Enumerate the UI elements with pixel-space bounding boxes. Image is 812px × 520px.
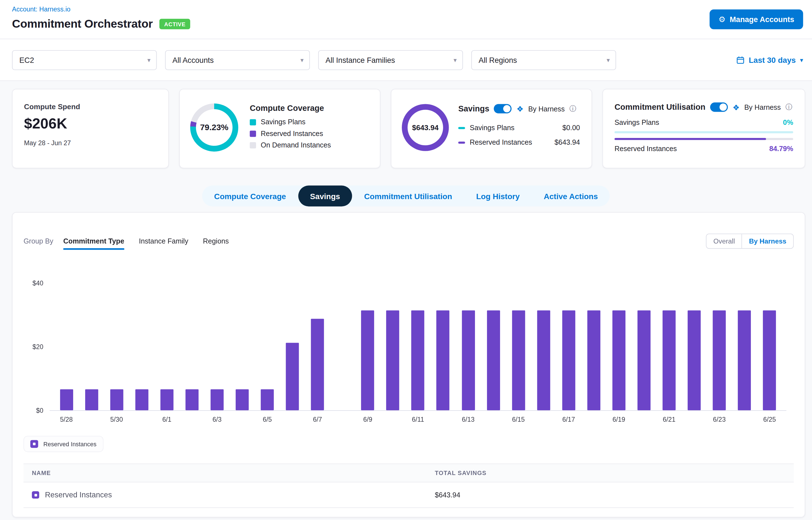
x-axis-label: 6/19: [606, 416, 631, 423]
tab-commitment-utilisation[interactable]: Commitment Utilisation: [352, 185, 464, 206]
bar[interactable]: [286, 343, 299, 410]
bar[interactable]: [160, 389, 174, 410]
x-axis-label: 6/11: [405, 416, 430, 423]
bar[interactable]: [110, 389, 123, 410]
bar-slot: [531, 270, 556, 410]
commitment-orchestrator-page: Account: Harness.io Commitment Orchestra…: [0, 0, 812, 520]
tab-compute-coverage[interactable]: Compute Coverage: [202, 185, 298, 206]
savings-row-label: Savings Plans: [470, 124, 562, 132]
x-axis-label: [531, 416, 556, 423]
bar[interactable]: [261, 389, 274, 410]
group-tab-regions[interactable]: Regions: [203, 237, 229, 250]
bar[interactable]: [738, 311, 751, 410]
bar[interactable]: [211, 389, 224, 410]
group-tab-instance-family[interactable]: Instance Family: [139, 237, 188, 250]
table-header-row: NAME TOTAL SAVINGS: [23, 464, 793, 482]
bar-slot: [154, 270, 180, 410]
x-axis-labels: 5/285/306/16/36/56/76/96/116/136/156/176…: [50, 416, 787, 423]
y-axis-label: $40: [32, 280, 43, 287]
bar[interactable]: [411, 311, 424, 410]
utilisation-row: Reserved Instances 84.79%: [614, 145, 793, 153]
bar[interactable]: [763, 311, 776, 410]
legend-label: Reserved Instances: [261, 130, 323, 137]
compute-coverage-card: 79.23% Compute Coverage Savings Plans Re…: [179, 89, 380, 168]
bar[interactable]: [537, 311, 550, 410]
info-icon[interactable]: ⓘ: [785, 103, 792, 112]
bar-slot: [129, 270, 154, 410]
savings-total: $643.94: [412, 124, 439, 132]
bar[interactable]: [713, 311, 726, 410]
page-title: Commitment Orchestrator: [12, 17, 153, 31]
bar[interactable]: [361, 311, 374, 410]
utilisation-by-harness-toggle[interactable]: [710, 103, 728, 112]
on-demand-swatch: [250, 142, 256, 148]
bar-slot: [506, 270, 531, 410]
legend-item: On Demand Instances: [250, 141, 331, 149]
account-breadcrumb-link[interactable]: Account: Harness.io: [12, 6, 70, 13]
toggle-knob: [719, 104, 727, 111]
bar-slot: [280, 270, 305, 410]
accounts-select[interactable]: All Accounts ▾: [165, 50, 310, 70]
tab-log-history[interactable]: Log History: [464, 185, 532, 206]
x-axis-label: 6/9: [355, 416, 380, 423]
utilisation-row-value: 0%: [783, 119, 793, 127]
bar[interactable]: [60, 389, 73, 410]
bar[interactable]: [663, 311, 676, 410]
compute-spend-period: May 28 - Jun 27: [24, 140, 157, 147]
instance-families-select[interactable]: All Instance Families ▾: [318, 50, 463, 70]
savings-row-label: Reserved Instances: [470, 138, 554, 146]
view-toggle: Overall By Harness: [706, 233, 794, 249]
x-axis-label: 6/23: [707, 416, 732, 423]
bar[interactable]: [612, 311, 626, 410]
by-harness-label: By Harness: [744, 103, 781, 111]
chart-legend: Reserved Instances: [23, 436, 103, 452]
bar[interactable]: [587, 311, 600, 410]
y-axis: $0$20$40: [23, 270, 50, 411]
chart-legend-label: Reserved Instances: [43, 441, 96, 447]
bar-slot: [79, 270, 104, 410]
bar[interactable]: [311, 319, 324, 410]
bar-slot: [556, 270, 581, 410]
savings-row: Savings Plans $0.00: [458, 124, 580, 132]
bar[interactable]: [135, 389, 148, 410]
compute-spend-card: Compute Spend $206K May 28 - Jun 27: [12, 89, 169, 168]
bar-slot: [230, 270, 255, 410]
section-tabs: Compute Coverage Savings Commitment Util…: [202, 185, 610, 206]
row-name-label: Reserved Instances: [45, 491, 112, 499]
bar[interactable]: [562, 311, 575, 410]
bar[interactable]: [85, 389, 98, 410]
info-icon[interactable]: ⓘ: [569, 104, 576, 113]
bar[interactable]: [637, 311, 651, 410]
bar[interactable]: [387, 311, 399, 410]
savings-row-value: $643.94: [554, 138, 580, 146]
savings-by-harness-toggle[interactable]: [494, 104, 512, 113]
table-row[interactable]: Reserved Instances $643.94: [23, 482, 793, 508]
bar-slot: [405, 270, 430, 410]
group-tab-commitment-type[interactable]: Commitment Type: [63, 237, 124, 250]
x-axis-label: [179, 416, 204, 423]
plot-wrap: 5/285/306/16/36/56/76/96/116/136/156/176…: [50, 270, 787, 423]
x-axis-label: [230, 416, 255, 423]
view-toggle-overall[interactable]: Overall: [706, 234, 742, 248]
savings-title: Savings: [458, 104, 489, 113]
legend-item: Savings Plans: [250, 118, 331, 126]
bar[interactable]: [688, 311, 701, 410]
utilisation-row-label: Reserved Instances: [614, 145, 677, 153]
bar[interactable]: [236, 389, 249, 410]
reserved-instances-legend-checkbox[interactable]: [30, 440, 38, 448]
date-range-picker[interactable]: Last 30 days ▾: [736, 55, 803, 64]
bar[interactable]: [462, 311, 475, 410]
tab-active-actions[interactable]: Active Actions: [532, 185, 610, 206]
regions-select[interactable]: All Regions ▾: [471, 50, 616, 70]
bar[interactable]: [185, 389, 199, 410]
bar[interactable]: [487, 311, 500, 410]
tab-savings[interactable]: Savings: [298, 185, 352, 206]
bar[interactable]: [437, 311, 450, 410]
service-select[interactable]: EC2 ▾: [12, 50, 157, 70]
manage-accounts-button[interactable]: ⚙ Manage Accounts: [709, 9, 803, 29]
savings-card: $643.94 Savings ❖ By Harness ⓘ Savings P…: [391, 89, 592, 168]
x-axis-label: [682, 416, 707, 423]
bar[interactable]: [512, 311, 525, 410]
compute-coverage-title: Compute Coverage: [250, 104, 331, 113]
view-toggle-by-harness[interactable]: By Harness: [742, 234, 793, 248]
